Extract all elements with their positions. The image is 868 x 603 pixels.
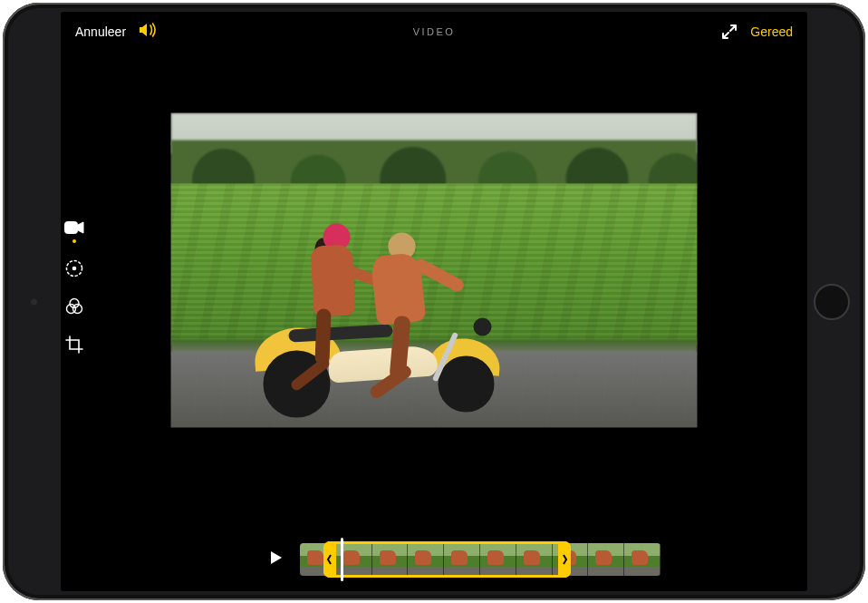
video-tool-button[interactable] (63, 221, 85, 243)
side-toolbar (61, 221, 88, 357)
cancel-button[interactable]: Annuleer (75, 24, 126, 39)
fullscreen-button[interactable] (721, 24, 738, 40)
timeline-thumb[interactable] (444, 543, 480, 576)
svg-rect-0 (65, 222, 78, 234)
svg-point-2 (72, 267, 77, 271)
device-frame: Annuleer VIDEO (3, 3, 865, 600)
scene-motorbike (253, 239, 525, 421)
filters-tool-icon (64, 297, 84, 320)
app-screen: Annuleer VIDEO (61, 12, 807, 591)
home-button[interactable] (814, 284, 850, 320)
front-camera-dot (31, 298, 37, 305)
done-button[interactable]: Gereed (750, 24, 793, 39)
speaker-icon (139, 22, 159, 42)
timeline-thumb[interactable] (588, 543, 624, 576)
trim-handle-left[interactable] (323, 541, 336, 578)
top-toolbar: Annuleer VIDEO (61, 12, 807, 51)
timeline-thumb[interactable] (516, 543, 553, 576)
filters-tool-button[interactable] (63, 297, 85, 319)
timeline-track[interactable] (300, 543, 661, 576)
expand-icon (721, 24, 738, 40)
crop-tool-icon (64, 335, 84, 358)
timeline-thumb[interactable] (480, 543, 516, 576)
adjust-tool-button[interactable] (63, 259, 85, 281)
play-button[interactable] (265, 548, 288, 571)
timeline-thumb[interactable] (372, 543, 409, 576)
playhead[interactable] (341, 538, 343, 581)
play-icon (270, 550, 283, 569)
active-indicator-dot (72, 239, 76, 243)
content-area (61, 51, 807, 528)
timeline-thumb[interactable] (408, 543, 444, 576)
trim-handle-right[interactable] (558, 541, 571, 578)
timeline-thumb[interactable] (624, 543, 661, 576)
timeline-bar (61, 528, 807, 591)
mode-title: VIDEO (413, 26, 456, 37)
video-preview[interactable] (171, 112, 698, 427)
video-tool-icon (64, 221, 84, 238)
crop-tool-button[interactable] (63, 336, 85, 357)
adjust-tool-icon (64, 258, 84, 282)
scene-treeline (171, 140, 698, 190)
sound-toggle-button[interactable] (139, 22, 159, 42)
